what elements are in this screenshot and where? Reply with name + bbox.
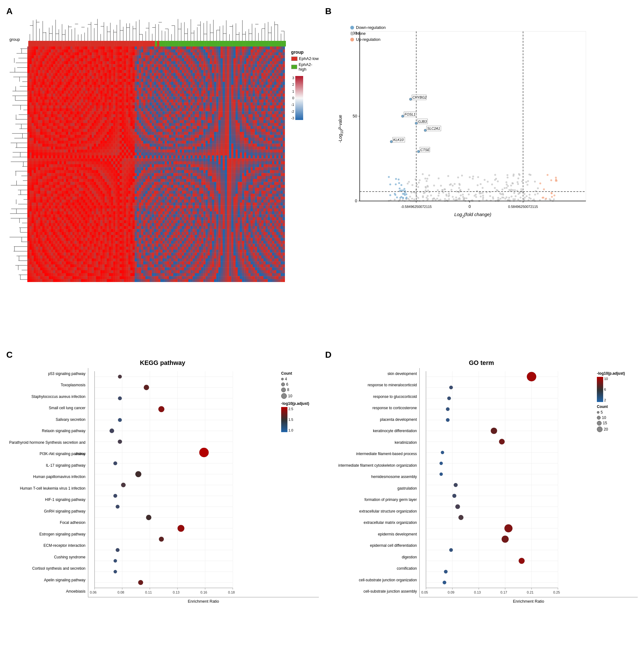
scale-2-neg: -2 xyxy=(291,110,294,113)
panel-b-label: B xyxy=(325,6,331,16)
kegg-count-legend-title: Count xyxy=(281,371,322,376)
yaxis-label: Human papillomavirus infection xyxy=(33,471,86,483)
scale-1-neg: -1 xyxy=(291,103,294,106)
svg-point-371 xyxy=(438,178,439,179)
svg-point-213 xyxy=(512,189,514,191)
volcano-svg: 0 50 100 -0.58496250072115 0 0.584962500… xyxy=(344,28,602,223)
yaxis-label: Cortisol synthesis and secretion xyxy=(32,563,86,574)
svg-point-288 xyxy=(426,178,428,180)
svg-point-353 xyxy=(440,185,442,186)
svg-point-370 xyxy=(422,173,424,175)
svg-point-384 xyxy=(543,188,545,190)
kegg-yaxis: p53 signaling pathwayToxoplasmosisStaphy… xyxy=(6,368,88,597)
volcano-legend: Down-regulation None Up-regulation xyxy=(350,25,386,42)
svg-point-202 xyxy=(389,183,391,185)
svg-point-209 xyxy=(450,189,452,191)
svg-point-487 xyxy=(526,195,527,197)
svg-point-444 xyxy=(436,198,438,200)
svg-point-409 xyxy=(464,197,466,199)
yaxis-label: Salivary secretion xyxy=(56,414,86,426)
svg-point-388 xyxy=(447,175,449,177)
yaxis-label: epidermis development xyxy=(378,529,417,540)
svg-point-304 xyxy=(477,184,478,186)
svg-point-196 xyxy=(426,180,428,182)
svg-point-332 xyxy=(427,186,429,187)
svg-point-278 xyxy=(407,183,409,185)
svg-point-229 xyxy=(477,176,479,178)
svg-point-452 xyxy=(458,183,460,185)
svg-point-426 xyxy=(554,194,555,196)
svg-point-267 xyxy=(403,188,405,190)
svg-point-309 xyxy=(511,182,513,184)
svg-point-289 xyxy=(468,188,470,190)
yaxis-label: Apelin signaling pathway xyxy=(44,574,86,586)
yaxis-label: hemidesmosome assembly xyxy=(371,471,417,483)
svg-point-262 xyxy=(444,188,446,190)
dendrogram-top xyxy=(28,16,286,41)
yaxis-label: cornification xyxy=(397,563,417,574)
svg-point-391 xyxy=(520,188,522,190)
svg-point-212 xyxy=(414,198,415,200)
svg-point-437 xyxy=(537,193,539,195)
svg-point-342 xyxy=(418,182,420,183)
svg-text:GJB3: GJB3 xyxy=(418,120,427,123)
svg-point-514 xyxy=(409,98,412,101)
go-count-10: 10 xyxy=(602,415,606,420)
svg-point-282 xyxy=(468,194,470,195)
svg-point-435 xyxy=(452,185,454,186)
svg-point-239 xyxy=(546,174,549,176)
svg-point-425 xyxy=(545,198,547,199)
yaxis-label: PI3K-Akt signaling pathway xyxy=(40,448,86,460)
yaxis-label: extracellular matrix organization xyxy=(364,517,417,529)
svg-point-415 xyxy=(457,177,459,178)
legend-downreg: Down-regulation xyxy=(356,25,386,30)
svg-point-220 xyxy=(428,174,430,176)
svg-point-324 xyxy=(494,174,496,176)
legend-group-title: group xyxy=(291,50,319,55)
svg-point-307 xyxy=(395,183,397,185)
svg-point-221 xyxy=(507,185,509,187)
svg-point-203 xyxy=(497,197,499,199)
svg-point-373 xyxy=(417,197,419,199)
go-count-5: 5 xyxy=(601,410,603,414)
svg-point-400 xyxy=(551,196,553,198)
scale-3-neg: -3 xyxy=(291,116,294,120)
svg-point-346 xyxy=(508,197,510,199)
svg-point-451 xyxy=(504,187,506,189)
count-6: 6 xyxy=(286,382,288,386)
go-legend: -log10(p.adjust) 10 6 2 Count 5 xyxy=(597,371,641,435)
svg-point-450 xyxy=(394,194,396,196)
svg-point-264 xyxy=(504,198,506,200)
go-padjust-legend-title: -log10(p.adjust) xyxy=(597,371,641,376)
svg-text:FOSL1: FOSL1 xyxy=(405,112,416,116)
yaxis-label: Toxoplasmosis xyxy=(61,379,86,391)
scale-2-pos: 2 xyxy=(291,82,294,86)
svg-point-455 xyxy=(526,184,528,186)
svg-point-223 xyxy=(494,187,496,189)
svg-point-460 xyxy=(458,197,460,199)
svg-point-468 xyxy=(530,174,531,176)
svg-point-428 xyxy=(501,189,503,191)
svg-point-361 xyxy=(444,198,446,200)
svg-point-489 xyxy=(492,198,494,200)
svg-point-354 xyxy=(487,181,489,182)
svg-point-461 xyxy=(448,195,450,197)
yaxis-label: Relaxin signaling pathway xyxy=(42,425,86,437)
svg-point-362 xyxy=(430,194,432,196)
svg-point-480 xyxy=(482,198,484,200)
svg-point-529 xyxy=(417,150,420,153)
go-xaxis-label: Enrichment Ratio xyxy=(419,599,638,604)
yaxis-label: Cushing syndrome xyxy=(54,551,86,563)
yaxis-label: Amoebiasis xyxy=(66,586,86,597)
svg-point-199 xyxy=(482,192,484,194)
kegg-legend: Count 4 6 8 10 -log10(p.adju xyxy=(281,371,322,433)
svg-point-224 xyxy=(435,199,437,201)
svg-text:SLC2A1: SLC2A1 xyxy=(427,126,440,130)
svg-point-327 xyxy=(408,181,410,183)
svg-point-242 xyxy=(425,189,426,191)
svg-text:KLK10: KLK10 xyxy=(393,138,404,142)
svg-point-319 xyxy=(394,199,396,201)
count-8: 8 xyxy=(287,388,289,392)
legend-none: None xyxy=(356,31,366,36)
svg-point-381 xyxy=(510,196,512,198)
